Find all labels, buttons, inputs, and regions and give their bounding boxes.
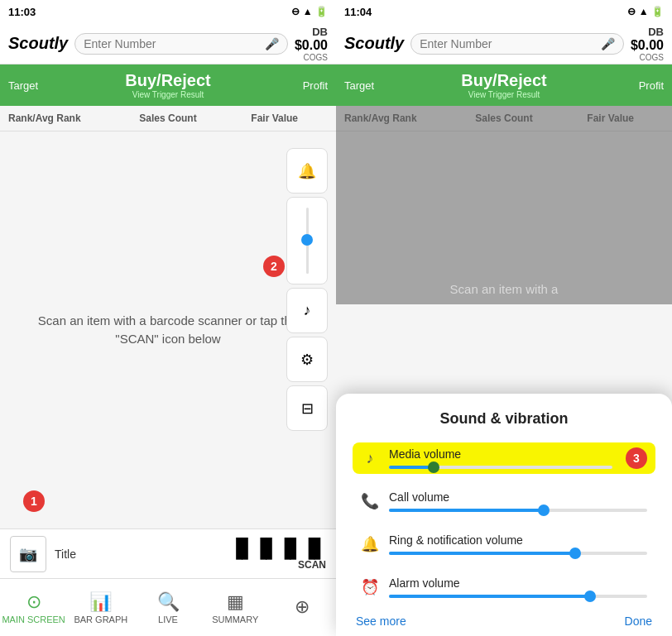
- right-nav-center: Buy/Reject View Trigger Result: [425, 71, 584, 99]
- ring-volume-label: Ring & notification volume: [389, 533, 647, 547]
- right-search-box[interactable]: 🎤: [410, 33, 624, 55]
- left-product-title: Title: [55, 548, 229, 561]
- sheet-footer: See more Done: [353, 614, 655, 628]
- left-logo: Scoutly: [8, 34, 68, 53]
- alarm-volume-dot: [584, 591, 596, 602]
- ring-volume-track[interactable]: [389, 552, 647, 555]
- right-nav-profit: Profit: [584, 79, 665, 92]
- alarm-volume-fill: [389, 595, 590, 598]
- call-volume-icon: 📞: [361, 492, 379, 510]
- call-volume-dot: [538, 504, 550, 516]
- sliders-icon: ⚙: [300, 351, 314, 369]
- left-volume-slider[interactable]: [286, 197, 328, 285]
- left-barcode-area[interactable]: ▐▌▐▌▐▌▐▌ SCAN: [229, 538, 326, 571]
- media-volume-row: ♪ Media volume 3: [353, 442, 655, 474]
- right-panel: 11:04 ⊖ ▲ 🔋 Scoutly 🎤 DB $0.00 COGS Targ…: [336, 0, 672, 636]
- left-subtitles-button[interactable]: ⊟: [286, 385, 328, 431]
- left-status-bar: 11:03 ⊖ ▲ 🔋: [0, 0, 336, 23]
- ring-volume-dot: [569, 548, 581, 559]
- bottom-nav-summary[interactable]: ▦ SUMMARY: [202, 579, 269, 636]
- call-volume-track[interactable]: [389, 509, 647, 512]
- bottom-nav-main[interactable]: ⊙ MAIN SCREEN: [0, 579, 67, 636]
- bar-graph-icon: 📊: [89, 591, 112, 613]
- bottom-nav-live[interactable]: 🔍 LIVE: [134, 579, 201, 636]
- right-status-icons: ⊖ ▲ 🔋: [627, 6, 664, 17]
- ring-volume-content: Ring & notification volume: [389, 533, 647, 555]
- call-volume-row: 📞 Call volume: [353, 485, 655, 517]
- main-screen-icon: ⊙: [26, 591, 41, 613]
- right-cogs: COGS: [640, 53, 664, 62]
- left-mic-icon: 🎤: [265, 37, 279, 50]
- left-header-right: DB $0.00 COGS: [295, 26, 328, 62]
- badge-1: 1: [23, 490, 45, 512]
- left-col-sales: Sales Count: [115, 112, 222, 124]
- see-more-link[interactable]: See more: [356, 614, 406, 628]
- sound-vibration-sheet: Sound & vibration ♪ Media volume 3 📞 Cal…: [336, 394, 672, 636]
- left-bell-button[interactable]: 🔔: [286, 148, 328, 194]
- media-volume-track[interactable]: [389, 466, 612, 469]
- left-db-label: DB: [312, 26, 328, 38]
- media-volume-content: Media volume: [389, 447, 612, 469]
- right-search-input[interactable]: [420, 37, 601, 50]
- right-time: 11:04: [344, 6, 372, 18]
- left-music-button[interactable]: ♪: [286, 288, 328, 333]
- ring-volume-fill: [389, 552, 575, 555]
- left-main-content: Scan an item with a barcode scanner or t…: [0, 132, 336, 528]
- left-price: $0.00: [295, 38, 328, 53]
- media-volume-label: Media volume: [389, 447, 612, 461]
- live-icon: 🔍: [157, 591, 180, 613]
- right-mic-icon: 🎤: [601, 37, 615, 50]
- left-search-input[interactable]: [84, 37, 265, 50]
- left-buy-reject: Buy/Reject: [89, 71, 248, 90]
- summary-label: SUMMARY: [212, 614, 258, 624]
- right-status-bar: 11:04 ⊖ ▲ 🔋: [336, 0, 672, 23]
- subtitles-icon: ⊟: [301, 399, 314, 418]
- right-buy-reject: Buy/Reject: [425, 71, 584, 90]
- bar-graph-label: BAR GRAPH: [74, 614, 127, 624]
- left-nav-bar: Target Buy/Reject View Trigger Result Pr…: [0, 65, 336, 106]
- media-volume-dot: [428, 461, 439, 473]
- left-sliders-button[interactable]: ⚙: [286, 337, 328, 382]
- ring-volume-icon: 🔔: [361, 535, 379, 553]
- main-screen-label: MAIN SCREEN: [2, 614, 65, 624]
- alarm-volume-row: ⏰ Alarm volume: [353, 571, 655, 603]
- right-nav-target: Target: [344, 79, 425, 92]
- left-nav-profit: Profit: [248, 79, 329, 92]
- left-nav-center: Buy/Reject View Trigger Result: [89, 71, 248, 99]
- left-product-image: 📷: [10, 536, 46, 572]
- left-cogs: COGS: [304, 53, 328, 62]
- bottom-nav-bargraph[interactable]: 📊 BAR GRAPH: [67, 579, 134, 636]
- bottom-nav-amazon[interactable]: ⊕: [269, 579, 336, 636]
- left-side-buttons: 🔔 ♪ ⚙ ⊟: [286, 148, 328, 434]
- bell-icon: 🔔: [298, 162, 316, 180]
- call-volume-fill: [389, 509, 544, 512]
- left-col-rank: Rank/Avg Rank: [8, 112, 115, 124]
- badge-2: 2: [263, 256, 285, 277]
- right-header-right: DB $0.00 COGS: [631, 26, 664, 62]
- call-volume-content: Call volume: [389, 490, 647, 512]
- camera-icon: 📷: [19, 545, 37, 563]
- left-table-header: Rank/Avg Rank Sales Count Fair Value: [0, 106, 336, 132]
- right-nav-bar: Target Buy/Reject View Trigger Result Pr…: [336, 65, 672, 106]
- left-search-box[interactable]: 🎤: [74, 33, 288, 55]
- done-button[interactable]: Done: [625, 614, 652, 628]
- left-slider-thumb: [301, 234, 313, 246]
- music-icon: ♪: [304, 302, 311, 319]
- right-app-header: Scoutly 🎤 DB $0.00 COGS: [336, 23, 672, 65]
- live-label: LIVE: [158, 614, 178, 624]
- left-panel: 11:03 ⊖ ▲ 🔋 Scoutly 🎤 DB $0.00 COGS Targ…: [0, 0, 336, 636]
- ring-volume-row: 🔔 Ring & notification volume: [353, 528, 655, 560]
- alarm-volume-label: Alarm volume: [389, 576, 647, 590]
- amazon-icon: ⊕: [295, 596, 310, 618]
- left-time: 11:03: [8, 6, 36, 18]
- left-vertical-slider: [306, 208, 309, 274]
- media-volume-icon: ♪: [361, 450, 379, 467]
- sheet-title: Sound & vibration: [353, 410, 655, 428]
- badge-3: 3: [626, 447, 647, 469]
- alarm-volume-content: Alarm volume: [389, 576, 647, 598]
- left-bottom-toolbar: ⊙ MAIN SCREEN 📊 BAR GRAPH 🔍 LIVE ▦ SUMMA…: [0, 578, 336, 636]
- left-app-header: Scoutly 🎤 DB $0.00 COGS: [0, 23, 336, 65]
- left-trigger: View Trigger Result: [89, 90, 248, 99]
- right-trigger: View Trigger Result: [425, 90, 584, 99]
- alarm-volume-track[interactable]: [389, 595, 647, 598]
